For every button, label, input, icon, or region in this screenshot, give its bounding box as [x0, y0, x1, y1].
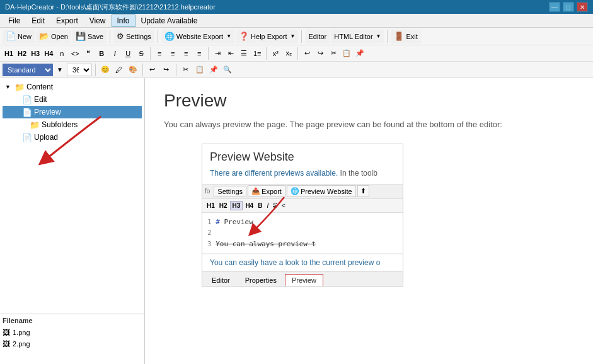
sep2	[142, 64, 143, 76]
upload-tb-btn[interactable]: ⬆	[357, 185, 369, 197]
page-icon: 📄	[22, 95, 32, 105]
h4-button[interactable]: H4	[42, 47, 55, 60]
inner-s-btn[interactable]: S	[271, 202, 279, 210]
separator: ▼	[54, 66, 66, 73]
page-icon: 📄	[22, 108, 32, 117]
settings-tb-btn[interactable]: Settings	[214, 186, 246, 197]
title-bar: DA-HelpCreator - D:\tools\桌面\河东软件园\21212…	[0, 0, 593, 14]
file-item-2[interactable]: 🖼 2.png	[3, 338, 142, 350]
inner-h1-btn[interactable]: H1	[205, 202, 217, 210]
website-export-button[interactable]: 🌐 Website Export ▼	[161, 30, 234, 43]
html-editor-button[interactable]: HTML Editor ▼	[331, 30, 384, 43]
italic-button[interactable]: I	[108, 47, 121, 60]
menu-export[interactable]: Export	[50, 14, 84, 27]
cut2-button[interactable]: ✂	[180, 64, 192, 76]
strikethrough-button[interactable]: S	[135, 47, 147, 60]
title-text: DA-HelpCreator - D:\tools\桌面\河东软件园\21212…	[5, 3, 549, 12]
redo-button[interactable]: ↪	[314, 47, 326, 60]
expand-icon[interactable]: ▼	[5, 84, 13, 90]
code-line-1: 1 # Preview	[207, 217, 398, 228]
inner-b-btn[interactable]: B	[256, 202, 264, 210]
tab-preview[interactable]: Preview	[285, 274, 323, 286]
numlist-button[interactable]: 1≡	[251, 47, 263, 60]
align-center-button[interactable]: ≡	[166, 47, 179, 60]
exit-button[interactable]: 🚪 Exit	[391, 30, 420, 43]
menu-view[interactable]: View	[84, 14, 112, 27]
inner-i-btn[interactable]: I	[265, 202, 270, 210]
close-button[interactable]: ✕	[577, 2, 588, 12]
style-select[interactable]: Standard Heading 1 Heading 2	[3, 64, 53, 76]
cut-button[interactable]: ✂	[327, 47, 340, 60]
exit-icon: 🚪	[394, 31, 404, 41]
settings-button[interactable]: ⚙ Settings	[113, 30, 154, 43]
inner-preview-box: Preview Website There are different prev…	[202, 144, 403, 287]
bold-button[interactable]: B	[95, 47, 108, 60]
inner-fmt-bar: H1 H2 H3 H4 B I S <	[202, 199, 403, 213]
align-right-button[interactable]: ≡	[180, 47, 192, 60]
tree-item-content[interactable]: ▼ 📁 Content	[3, 81, 142, 93]
size-select[interactable]: 36 12 14 18 24	[67, 64, 92, 76]
underline-button[interactable]: U	[122, 47, 134, 60]
page-description: You can always preview the page. The pag…	[164, 118, 574, 131]
menu-info[interactable]: Info	[112, 14, 135, 27]
menu-update[interactable]: Update Available	[135, 14, 204, 27]
undo-button[interactable]: ↩	[301, 47, 313, 60]
paste-button[interactable]: 📌	[354, 47, 366, 60]
window-controls: — □ ✕	[549, 2, 588, 12]
save-icon: 💾	[76, 31, 86, 41]
minimize-button[interactable]: —	[549, 2, 560, 12]
inner-h2-btn[interactable]: H2	[217, 202, 229, 210]
code-area-wrapper: 1 # Preview 2 3 You can always preview t	[202, 213, 403, 254]
preview-website-tb-btn[interactable]: 🌐 Preview Website	[287, 185, 356, 197]
outdent-button[interactable]: ⇤	[224, 47, 237, 60]
tree-area: ▼ 📁 Content 📄 Edit 📄 Preview 📁 Subfolder…	[0, 78, 144, 198]
indent-button[interactable]: ⇥	[211, 47, 224, 60]
toolbar-style: Standard Heading 1 Heading 2 ▼ 36 12 14 …	[0, 62, 593, 78]
n-button[interactable]: n	[55, 47, 68, 60]
find-button[interactable]: 🔍	[221, 64, 234, 76]
list-button[interactable]: ☰	[238, 47, 250, 60]
highlight-button[interactable]: 🖊	[113, 64, 125, 76]
align-left-button[interactable]: ≡	[153, 47, 166, 60]
undo2-button[interactable]: ↩	[146, 64, 159, 76]
tree-item-edit[interactable]: 📄 Edit	[3, 93, 142, 106]
tree-item-subfolders[interactable]: 📁 Subfolders	[3, 118, 142, 131]
inner-preview-content: Preview Website There are different prev…	[202, 144, 403, 184]
menu-edit[interactable]: Edit	[26, 14, 50, 27]
folder-icon: 📁	[14, 82, 25, 92]
export-tb-btn[interactable]: 📤 Export	[248, 185, 285, 197]
tab-properties[interactable]: Properties	[238, 274, 284, 286]
copy-button[interactable]: 📋	[340, 47, 353, 60]
editor-button[interactable]: Editor	[305, 30, 330, 43]
h2-button[interactable]: H2	[16, 47, 28, 60]
maximize-button[interactable]: □	[563, 2, 574, 12]
tab-editor[interactable]: Editor	[205, 274, 237, 286]
align-justify-button[interactable]: ≡	[193, 47, 205, 60]
redo2-button[interactable]: ↪	[160, 64, 173, 76]
code-button[interactable]: <>	[69, 47, 81, 60]
tree-item-upload[interactable]: 📄 Upload	[3, 131, 142, 144]
tree-item-preview[interactable]: 📄 Preview	[3, 106, 142, 118]
file-item-1[interactable]: 🖼 1.png	[3, 327, 142, 338]
save-button[interactable]: 💾 Save	[72, 30, 107, 43]
inner-h3-btn[interactable]: H3	[230, 201, 243, 210]
paste2-button[interactable]: 📌	[207, 64, 220, 76]
open-button[interactable]: 📂 Open	[36, 30, 71, 43]
files-area: Filename 🖼 1.png 🖼 2.png	[0, 314, 144, 364]
sep	[95, 64, 96, 76]
emoji-button[interactable]: 😊	[99, 64, 112, 76]
subscript-button[interactable]: x₂	[282, 47, 295, 60]
color-button[interactable]: 🎨	[127, 64, 139, 76]
copy2-button[interactable]: 📋	[193, 64, 206, 76]
h1-button[interactable]: H1	[3, 47, 15, 60]
inner-h4-btn[interactable]: H4	[243, 202, 255, 210]
menu-file[interactable]: File	[3, 14, 26, 27]
h3-button[interactable]: H3	[29, 47, 42, 60]
open-icon: 📂	[39, 31, 49, 41]
inner-code-btn[interactable]: <	[280, 202, 287, 210]
superscript-button[interactable]: x²	[269, 47, 282, 60]
quote-button[interactable]: ❝	[82, 47, 95, 60]
sep2	[208, 47, 209, 60]
new-button[interactable]: 📄 New	[3, 30, 35, 43]
help-export-button[interactable]: ❓ Help Export ▼	[236, 30, 298, 43]
